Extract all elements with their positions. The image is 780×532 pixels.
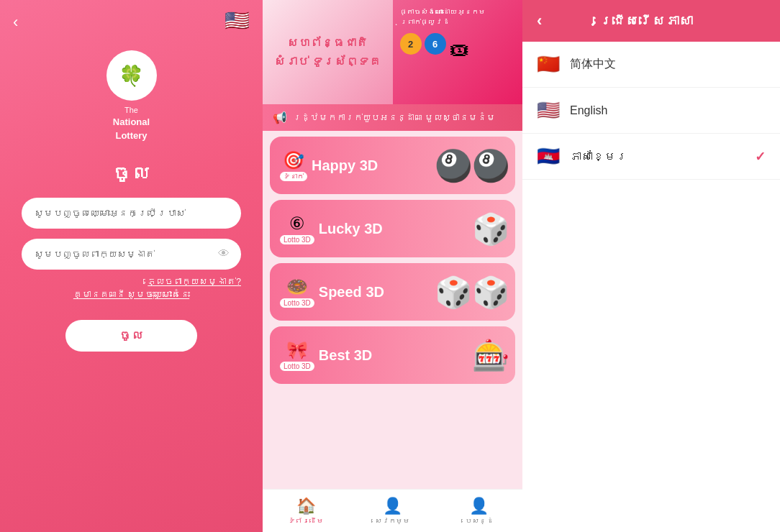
lucky3d-side-icon: ⑥ (289, 214, 305, 234)
game-item-best3d[interactable]: 🎀 Lotto 3D Best 3D 🎰 (270, 326, 515, 384)
lucky3d-name: Lucky 3D (319, 221, 505, 237)
happy3d-name: Happy 3D (312, 157, 505, 174)
nav-home-label: ទំព័រដើម (289, 517, 324, 525)
lang-name: ភាសាខ្មែរ (570, 150, 745, 163)
check-icon: ✓ (755, 149, 766, 165)
login-panel: ‹ 🇺🇸 🍀 The National Lottery ចូល 👁 ភ្លេចព… (0, 0, 263, 532)
happy3d-side-icon: 🎯 (283, 150, 304, 170)
service-icon: 👤 (383, 497, 402, 515)
lang-flag: 🇨🇳 (537, 53, 560, 75)
lang-flag: 🇰🇭 (537, 145, 560, 168)
side-label-speed3d: 🍩 Lotto 3D (280, 277, 314, 308)
language-header-title: ជ្រើសរើសភាសា (599, 14, 692, 29)
banner2-icons: 2 6 🎟 (400, 33, 469, 61)
best3d-name: Best 3D (319, 347, 505, 364)
announce-bar: 📢 រដ្ឋមកការក់យួបអនន្ដាណ មួលស្ថានមនំម (263, 104, 522, 131)
speed3d-name: Speed 3D (319, 284, 505, 301)
ticket-icon: 🎟 (449, 37, 469, 61)
side-label-best3d: 🎀 Lotto 3D (280, 340, 314, 371)
side-label-happy3d: 🎯 ទំនាក់ (280, 150, 307, 181)
banner1-text: សហព័ន្ធជាតិ សំរាប់ ទូរស័ព្ទគ (270, 34, 386, 70)
bottom-nav: 🏠 ទំព័រដើម 👤 សេវកម្ម 👤 បេសន្ដ (263, 489, 522, 532)
nav-service-label: សេវកម្ម (375, 517, 410, 525)
logo-text: The National Lottery (113, 105, 150, 142)
logo-circle: 🍀 (106, 50, 157, 101)
game-item-lucky3d[interactable]: ⑥ Lotto 3D Lucky 3D 🎲 (270, 200, 515, 257)
lang-name: 简体中文 (570, 57, 766, 72)
forgot-password-link[interactable]: ភ្លេចពាក្យសម្ងាត់? (148, 277, 241, 287)
lang-item-2[interactable]: 🇰🇭 ភាសាខ្មែរ ✓ (522, 134, 780, 180)
lang-name: English (570, 104, 766, 117)
side-label-lucky3d: ⑥ Lotto 3D (280, 214, 314, 244)
speed3d-side-icon: 🍩 (286, 277, 308, 297)
announce-text: រដ្ឋមកការក់យួបអនន្ដាណ មួលស្ថានមនំម (293, 113, 496, 123)
language-panel: ‹ ជ្រើសរើសភាសា 🇨🇳 简体中文 🇺🇸 English 🇰🇭 ភាស… (522, 0, 780, 532)
nav-profile[interactable]: 👤 បេសន្ដ (436, 490, 522, 532)
login-title: ចូល (112, 162, 151, 185)
language-header: ‹ ជ្រើសរើសភាសា (522, 0, 780, 42)
language-list: 🇨🇳 简体中文 🇺🇸 English 🇰🇭 ភាសាខ្មែរ ✓ (522, 42, 780, 532)
lang-item-0[interactable]: 🇨🇳 简体中文 (522, 42, 780, 88)
happy3d-side-label: ទំនាក់ (280, 172, 307, 181)
banner2-line1: ផ្តាចសំងំណោះដោយអ្នកម (400, 7, 486, 17)
nav-profile-label: បេសន្ដ (465, 517, 494, 525)
back-button[interactable]: ‹ (13, 13, 18, 32)
profile-icon: 👤 (469, 497, 489, 515)
best3d-side-icon: 🎀 (286, 340, 308, 360)
lang-flag: 🇺🇸 (537, 99, 560, 121)
speaker-icon: 📢 (273, 111, 287, 124)
lang-item-1[interactable]: 🇺🇸 English (522, 88, 780, 134)
register-link[interactable]: គ្មានគណនី សូមចុះឈ្មោះតំនេះ (73, 290, 189, 300)
login-button[interactable]: ចូល (65, 320, 197, 352)
lottery-logo: 🍀 The National Lottery (106, 50, 157, 142)
banner2-line2: ព្រាក់ផ្លូវដំ (400, 17, 450, 27)
nav-service[interactable]: 👤 សេវកម្ម (349, 490, 435, 532)
eye-icon[interactable]: 👁 (218, 247, 230, 260)
ball-icon: 2 (400, 33, 422, 55)
ball-icon: 6 (425, 33, 446, 55)
password-wrap: 👁 (22, 239, 241, 270)
flag-button[interactable]: 🇺🇸 (225, 9, 250, 32)
games-list: 🎯 ទំនាក់ Happy 3D 🎱🎱 ⑥ Lotto 3D Lucky 3D… (263, 131, 522, 489)
speed3d-side-label: Lotto 3D (280, 298, 314, 308)
home-icon: 🏠 (296, 497, 316, 515)
best3d-side-label: Lotto 3D (280, 362, 314, 371)
banner-area: សហព័ន្ធជាតិ សំរាប់ ទូរស័ព្ទគ ផ្តាចសំងំណោ… (263, 0, 522, 104)
banner-card-2[interactable]: ផ្តាចសំងំណោះដោយអ្នកម ព្រាក់ផ្លូវដំ 2 6 🎟 (393, 0, 523, 104)
game-item-happy3d[interactable]: 🎯 ទំនាក់ Happy 3D 🎱🎱 (270, 137, 515, 194)
banner-card-1[interactable]: សហព័ន្ធជាតិ សំរាប់ ទូរស័ព្ទគ (263, 0, 393, 104)
logo-icon: 🍀 (119, 64, 144, 88)
nav-home[interactable]: 🏠 ទំព័រដើម (263, 490, 349, 532)
dropdown-back-button[interactable]: ‹ (537, 12, 542, 30)
password-input[interactable] (22, 239, 241, 270)
username-input[interactable] (22, 198, 241, 229)
games-panel: សហព័ន្ធជាតិ សំរាប់ ទូរស័ព្ទគ ផ្តាចសំងំណោ… (263, 0, 522, 532)
game-item-speed3d[interactable]: 🍩 Lotto 3D Speed 3D 🎲🎲 (270, 263, 515, 321)
lucky3d-side-label: Lotto 3D (280, 235, 314, 244)
